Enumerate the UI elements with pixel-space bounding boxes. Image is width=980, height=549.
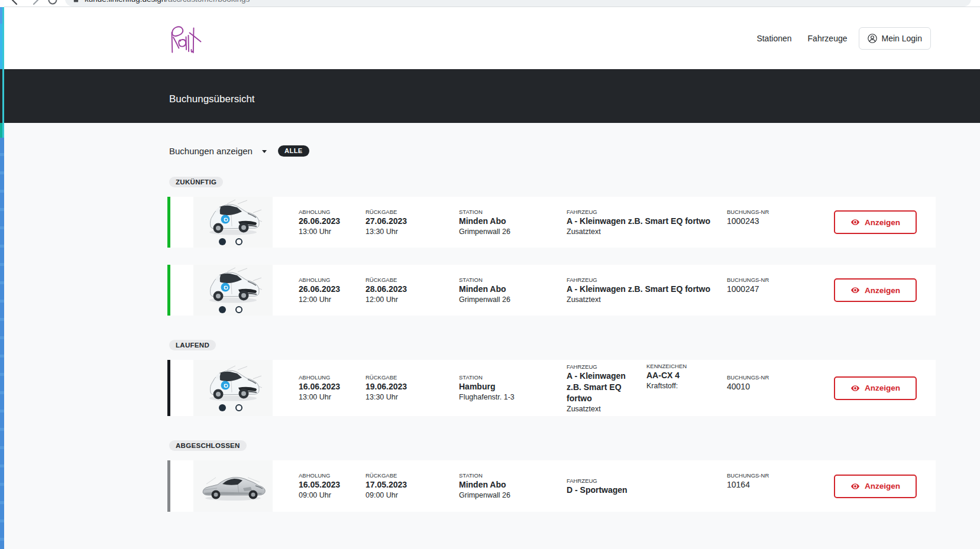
booking-number-column: BUCHUNGS-NR 1000243 bbox=[727, 208, 769, 227]
strip-segment bbox=[0, 0, 4, 7]
person-circle-icon bbox=[868, 34, 877, 43]
station-name: Minden Abo bbox=[459, 479, 510, 490]
url-text: kunde.linienflug.design/acc/customer/boo… bbox=[85, 0, 250, 7]
browser-back-icon[interactable] bbox=[9, 0, 21, 6]
view-booking-button[interactable]: Anzeigen bbox=[834, 475, 917, 498]
vehicle-image-block bbox=[193, 197, 273, 248]
station-column: STATION Minden Abo Grimpenwall 26 bbox=[459, 276, 510, 305]
carousel-dot-active[interactable] bbox=[219, 306, 226, 313]
login-button[interactable]: Mein Login bbox=[859, 27, 932, 50]
logo[interactable] bbox=[167, 25, 202, 56]
vehicle-photo-hatchback bbox=[203, 267, 263, 305]
section-cards: ABHOLUNG 16.05.2023 09:00 Uhr RÜCKGABE 1… bbox=[167, 460, 936, 512]
filter-dropdown[interactable]: Buchungen anzeigen bbox=[169, 146, 267, 156]
booking-number-label: BUCHUNGS-NR bbox=[727, 373, 769, 381]
booking-card: ABHOLUNG 16.06.2023 13:00 Uhr RÜCKGABE 1… bbox=[167, 360, 936, 416]
pickup-column: ABHOLUNG 16.05.2023 09:00 Uhr bbox=[299, 472, 340, 501]
booking-number-column: BUCHUNGS-NR 10164 bbox=[727, 472, 769, 490]
nav-stationen[interactable]: Stationen bbox=[756, 34, 791, 43]
return-date: 27.06.2023 bbox=[366, 216, 407, 227]
vehicle-column: FAHRZEUG A - Kleinwagen z.B. Smart EQ fo… bbox=[567, 208, 710, 237]
view-booking-button-label: Anzeigen bbox=[865, 218, 900, 227]
station-label: STATION bbox=[459, 276, 510, 284]
view-booking-button[interactable]: Anzeigen bbox=[834, 376, 917, 400]
booking-number-column: BUCHUNGS-NR 1000247 bbox=[727, 276, 769, 295]
return-date: 28.06.2023 bbox=[366, 284, 407, 295]
pickup-time: 13:00 Uhr bbox=[299, 227, 340, 237]
vehicle-label: FAHRZEUG bbox=[567, 208, 710, 216]
main-nav: Stationen Fahrzeuge Mein Login bbox=[756, 7, 931, 69]
return-time: 13:30 Uhr bbox=[366, 227, 407, 237]
url-domain: kunde.linienflug.design bbox=[85, 0, 166, 4]
station-name: Minden Abo bbox=[459, 216, 510, 227]
pickup-label: ABHOLUNG bbox=[299, 373, 340, 381]
browser-forward-icon[interactable] bbox=[30, 0, 41, 6]
booking-number: 40010 bbox=[727, 381, 769, 392]
carousel-dot-active[interactable] bbox=[219, 238, 226, 245]
section-cards: ABHOLUNG 26.06.2023 13:00 Uhr RÜCKGABE 2… bbox=[167, 197, 936, 316]
carousel-dot[interactable] bbox=[235, 306, 242, 313]
booking-section: ZUKÜNFTIG ABHOLUNG 26.06.2023 13:00 Uhr … bbox=[167, 176, 936, 316]
eye-icon bbox=[850, 285, 860, 295]
filter-value-badge: ALLE bbox=[278, 145, 309, 157]
return-label: RÜCKGABE bbox=[366, 276, 407, 284]
station-column: STATION Minden Abo Grimpenwall 26 bbox=[459, 208, 510, 237]
view-booking-button-label: Anzeigen bbox=[865, 286, 900, 295]
license-plate-column: KENNZEICHEN AA-CX 4 Kraftstoff: bbox=[646, 362, 687, 391]
vehicle-image-block bbox=[193, 360, 273, 416]
login-button-label: Mein Login bbox=[882, 34, 923, 43]
site-header: Stationen Fahrzeuge Mein Login bbox=[0, 7, 980, 69]
vehicle-name: A - Kleinwagen z.B. Smart EQ fortwo bbox=[567, 284, 710, 295]
pickup-label: ABHOLUNG bbox=[299, 208, 340, 216]
carousel-dot[interactable] bbox=[235, 238, 242, 245]
booking-section: LAUFEND ABHOLUNG 16.06.2023 13:00 Uhr RÜ… bbox=[167, 339, 936, 416]
browser-toolbar: kunde.linienflug.design/acc/customer/boo… bbox=[0, 0, 980, 7]
license-plate-label: KENNZEICHEN bbox=[646, 362, 687, 370]
eye-icon bbox=[850, 384, 860, 393]
pickup-date: 16.06.2023 bbox=[299, 381, 340, 392]
pickup-date: 26.06.2023 bbox=[299, 284, 340, 295]
pickup-date: 26.06.2023 bbox=[299, 216, 340, 227]
return-column: RÜCKGABE 28.06.2023 12:00 Uhr bbox=[366, 276, 407, 305]
eye-icon bbox=[850, 482, 860, 491]
site-info-icon[interactable] bbox=[73, 0, 79, 3]
vehicle-column: FAHRZEUG D - Sportwagen bbox=[567, 477, 628, 496]
vehicle-extra: Zusatztext bbox=[567, 295, 710, 305]
fuel-label: Kraftstoff: bbox=[646, 381, 687, 391]
booking-section: ABGESCHLOSSEN ABHOLUNG 16.05.2023 09:00 … bbox=[167, 440, 936, 512]
view-booking-button[interactable]: Anzeigen bbox=[834, 278, 917, 302]
return-column: RÜCKGABE 27.06.2023 13:30 Uhr bbox=[366, 208, 407, 237]
return-date: 17.05.2023 bbox=[366, 479, 407, 490]
vehicle-photo-hatchback bbox=[203, 199, 263, 237]
station-name: Minden Abo bbox=[459, 284, 510, 295]
view-booking-button[interactable]: Anzeigen bbox=[834, 210, 917, 234]
pickup-date: 16.05.2023 bbox=[299, 479, 340, 490]
pickup-time: 12:00 Uhr bbox=[299, 295, 340, 305]
return-time: 13:30 Uhr bbox=[366, 392, 407, 402]
vehicle-label: FAHRZEUG bbox=[567, 362, 639, 370]
hero-bar: Buchungsübersicht bbox=[0, 69, 980, 123]
page-title: Buchungsübersicht bbox=[169, 93, 255, 105]
vehicle-column: FAHRZEUG A - Kleinwagen z.B. Smart EQ fo… bbox=[567, 362, 639, 414]
nav-fahrzeuge[interactable]: Fahrzeuge bbox=[808, 34, 848, 43]
station-address: Grimpenwall 26 bbox=[459, 295, 510, 305]
carousel-dot-active[interactable] bbox=[219, 404, 226, 411]
browser-reload-icon[interactable] bbox=[47, 0, 59, 6]
station-address: Grimpenwall 26 bbox=[459, 227, 510, 237]
station-label: STATION bbox=[459, 472, 510, 479]
booking-card: ABHOLUNG 26.06.2023 13:00 Uhr RÜCKGABE 2… bbox=[167, 197, 936, 248]
view-booking-button-label: Anzeigen bbox=[865, 482, 900, 490]
station-label: STATION bbox=[459, 208, 510, 216]
vehicle-column: FAHRZEUG A - Kleinwagen z.B. Smart EQ fo… bbox=[567, 276, 710, 305]
carousel-dot[interactable] bbox=[235, 404, 242, 411]
eye-icon bbox=[850, 217, 860, 227]
booking-number: 1000247 bbox=[727, 284, 769, 295]
booking-number: 1000243 bbox=[727, 216, 769, 227]
vehicle-image-block bbox=[193, 460, 273, 512]
browser-address-bar[interactable]: kunde.linienflug.design/acc/customer/boo… bbox=[65, 0, 971, 7]
station-label: STATION bbox=[459, 373, 515, 381]
vehicle-label: FAHRZEUG bbox=[567, 276, 710, 284]
station-address: Grimpenwall 26 bbox=[459, 490, 510, 501]
image-carousel-dots bbox=[219, 238, 242, 245]
station-column: STATION Hamburg Flughafenstr. 1-3 bbox=[459, 373, 515, 402]
